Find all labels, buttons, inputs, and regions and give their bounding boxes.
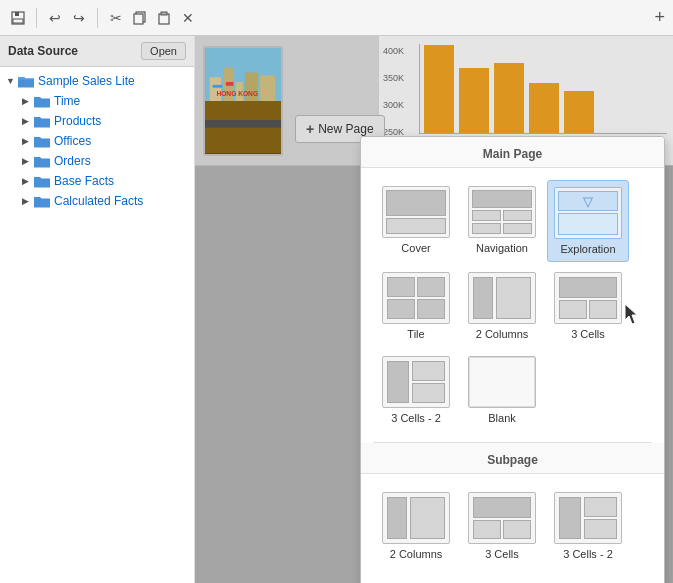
tree-root-label: Sample Sales Lite <box>38 74 135 88</box>
folder-icon-products <box>34 114 50 128</box>
cut-icon[interactable]: ✂ <box>106 8 126 28</box>
sidebar-tree: ▼ Sample Sales Lite ▶ Time ▶ Products <box>0 67 194 215</box>
toolbar-divider-2 <box>97 8 98 28</box>
tile-tile[interactable]: Tile <box>375 266 457 346</box>
main-page-section-title: Main Page <box>361 137 664 168</box>
main-layout: Data Source Open ▼ Sample Sales Lite ▶ T… <box>0 36 673 583</box>
svg-rect-4 <box>134 14 143 24</box>
tree-arrow-orders: ▶ <box>22 156 32 166</box>
folder-icon-offices <box>34 134 50 148</box>
modal-bottom-padding <box>361 578 664 583</box>
tree-arrow-base-facts: ▶ <box>22 176 32 186</box>
redo-icon[interactable]: ↪ <box>69 8 89 28</box>
folder-icon-calc-facts <box>34 194 50 208</box>
sidebar-item-calculated-facts[interactable]: ▶ Calculated Facts <box>0 191 194 211</box>
content-area: HONG KONG 400K 350K 300K 250K <box>195 36 673 583</box>
navigation-tile-label: Navigation <box>476 242 528 254</box>
add-plus-icon[interactable]: + <box>654 7 665 28</box>
sidebar-item-base-facts[interactable]: ▶ Base Facts <box>0 171 194 191</box>
3cells-tile-label: 3 Cells <box>571 328 605 340</box>
tile-3cells[interactable]: 3 Cells <box>547 266 629 346</box>
tile-navigation[interactable]: Navigation <box>461 180 543 262</box>
tree-item-base-facts-label: Base Facts <box>54 174 114 188</box>
tree-arrow-calc-facts: ▶ <box>22 196 32 206</box>
new-page-modal: Main Page Cover <box>360 136 665 583</box>
exploration-preview: ▽ <box>554 187 622 239</box>
sidebar-header: Data Source Open <box>0 36 194 67</box>
2columns-preview <box>468 272 536 324</box>
toolbar-divider-1 <box>36 8 37 28</box>
folder-icon-root <box>18 74 34 88</box>
copy-icon[interactable] <box>130 8 150 28</box>
2columns-tile-label: 2 Columns <box>476 328 529 340</box>
tile-blank[interactable]: Blank <box>461 350 543 430</box>
save-icon[interactable] <box>8 8 28 28</box>
sidebar-item-orders[interactable]: ▶ Orders <box>0 151 194 171</box>
toolbar: ↩ ↪ ✂ ✕ + <box>0 0 673 36</box>
sidebar-item-time[interactable]: ▶ Time <box>0 91 194 111</box>
blank-tile-label: Blank <box>488 412 516 424</box>
sidebar: Data Source Open ▼ Sample Sales Lite ▶ T… <box>0 36 195 583</box>
folder-icon-time <box>34 94 50 108</box>
tree-item-orders-label: Orders <box>54 154 91 168</box>
paste-icon[interactable] <box>154 8 174 28</box>
cover-preview <box>382 186 450 238</box>
sub-3cells2-preview <box>554 492 622 544</box>
tile-sub-3cells-2[interactable]: 3 Cells - 2 <box>547 486 629 566</box>
tile-tile-label: Tile <box>407 328 424 340</box>
data-source-title: Data Source <box>8 44 78 58</box>
sub-3cells2-tile-label: 3 Cells - 2 <box>563 548 613 560</box>
exploration-tile-label: Exploration <box>560 243 615 255</box>
subpage-section-title: Subpage <box>361 443 664 474</box>
tree-root-item[interactable]: ▼ Sample Sales Lite <box>0 71 194 91</box>
3cells2-preview <box>382 356 450 408</box>
folder-icon-orders <box>34 154 50 168</box>
tree-arrow-products: ▶ <box>22 116 32 126</box>
tile-sub-3cells[interactable]: 3 Cells <box>461 486 543 566</box>
navigation-preview <box>468 186 536 238</box>
tree-item-products-label: Products <box>54 114 101 128</box>
close-icon[interactable]: ✕ <box>178 8 198 28</box>
svg-rect-1 <box>15 12 19 16</box>
tile-exploration[interactable]: ▽ Exploration <box>547 180 629 262</box>
sidebar-item-products[interactable]: ▶ Products <box>0 111 194 131</box>
open-button[interactable]: Open <box>141 42 186 60</box>
tree-item-time-label: Time <box>54 94 80 108</box>
cover-tile-label: Cover <box>401 242 430 254</box>
svg-rect-6 <box>161 12 167 15</box>
3cells2-tile-label: 3 Cells - 2 <box>391 412 441 424</box>
main-page-tiles-grid: Cover <box>361 168 664 442</box>
sub-3cells-tile-label: 3 Cells <box>485 548 519 560</box>
modal-overlay[interactable]: Main Page Cover <box>195 36 673 583</box>
tree-arrow-time: ▶ <box>22 96 32 106</box>
blank-preview <box>468 356 536 408</box>
svg-rect-2 <box>13 19 23 23</box>
tree-item-offices-label: Offices <box>54 134 91 148</box>
tile-cover[interactable]: Cover <box>375 180 457 262</box>
tile-sub-2columns[interactable]: 2 Columns <box>375 486 457 566</box>
folder-icon-base-facts <box>34 174 50 188</box>
sub-2columns-tile-label: 2 Columns <box>390 548 443 560</box>
sub-2columns-preview <box>382 492 450 544</box>
tile-3cells-2[interactable]: 3 Cells - 2 <box>375 350 457 430</box>
tree-arrow-offices: ▶ <box>22 136 32 146</box>
sidebar-item-offices[interactable]: ▶ Offices <box>0 131 194 151</box>
3cells-preview <box>554 272 622 324</box>
subpage-tiles-grid: 2 Columns <box>361 474 664 578</box>
tree-arrow-root: ▼ <box>6 76 16 86</box>
tree-item-calc-facts-label: Calculated Facts <box>54 194 143 208</box>
undo-icon[interactable]: ↩ <box>45 8 65 28</box>
tile-2columns[interactable]: 2 Columns <box>461 266 543 346</box>
sub-3cells-preview <box>468 492 536 544</box>
tile-tile-preview <box>382 272 450 324</box>
